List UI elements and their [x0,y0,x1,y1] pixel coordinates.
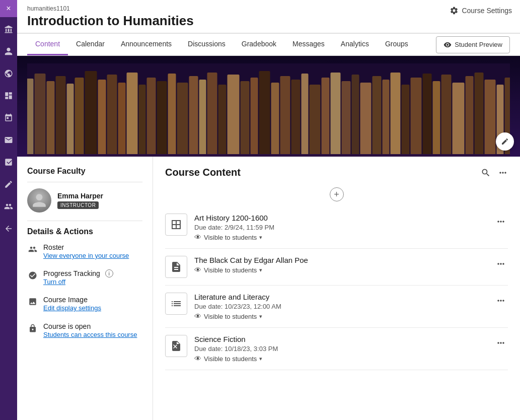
black-cat-icon [165,256,187,278]
svg-rect-28 [302,74,309,157]
svg-rect-22 [241,81,250,157]
progress-tracking-action: Progress Tracking i Turn off [27,269,142,287]
course-id: humanities1101 [27,5,510,12]
svg-rect-29 [310,85,321,157]
svg-rect-26 [280,76,290,157]
svg-rect-11 [127,73,138,157]
visibility-dropdown-2[interactable]: ▾ [259,267,262,273]
course-access-action: Course is open Students can access this … [27,322,142,339]
tab-discussions[interactable]: Discussions [180,34,234,55]
svg-rect-39 [411,78,422,157]
pencil-icon[interactable] [0,174,17,194]
tab-gradebook[interactable]: Gradebook [234,34,284,55]
svg-rect-17 [189,76,198,157]
faculty-section-title: Course Faculty [27,167,142,176]
student-preview-button[interactable]: Student Preview [436,36,510,53]
svg-rect-31 [331,73,341,157]
globe-icon[interactable] [0,63,17,84]
literature-name: Literature and Literacy [194,293,487,301]
more-options-button[interactable] [498,168,508,178]
details-actions-title: Details & Actions [27,227,142,236]
dashboard-icon[interactable] [0,86,17,106]
roster-link[interactable]: View everyone in your course [43,251,129,260]
svg-rect-37 [391,73,401,157]
sidebar-close-button[interactable]: × [0,0,17,17]
svg-rect-6 [75,78,84,157]
literature-visibility: 👁 Visible to students ▾ [194,312,487,320]
course-access-link[interactable]: Students can access this course [43,330,137,339]
add-item-row: + [165,184,508,206]
svg-rect-42 [441,75,452,157]
user-icon[interactable] [0,41,17,61]
svg-rect-33 [352,75,359,157]
tab-calendar[interactable]: Calendar [68,34,113,55]
black-cat-details: The Black Cat by Edgar Allan Poe 👁 Visib… [194,256,487,274]
course-settings-button[interactable]: Course Settings [450,6,512,15]
svg-rect-16 [177,83,188,157]
svg-rect-41 [433,81,440,157]
tab-announcements[interactable]: Announcements [113,34,180,55]
roster-icon [27,244,38,255]
add-item-button[interactable]: + [330,187,344,201]
tab-content[interactable]: Content [27,34,68,55]
svg-rect-23 [251,78,258,157]
black-cat-name: The Black Cat by Edgar Allan Poe [194,256,487,264]
eye-icon-3: 👁 [194,312,201,320]
course-banner [17,56,520,157]
visibility-dropdown-1[interactable]: ▾ [259,234,262,241]
svg-rect-43 [453,83,465,157]
content-title: Course Content [165,167,241,178]
svg-rect-40 [423,74,432,157]
svg-rect-20 [218,85,227,157]
science-fiction-name: Science Fiction [194,335,487,343]
art-history-due: Due date: 2/9/24, 11:59 PM [194,224,487,231]
content-header-actions [481,168,508,178]
black-cat-visibility-label: Visible to students [204,266,257,274]
science-fiction-more-button[interactable] [494,338,508,348]
svg-rect-19 [207,73,217,157]
people-icon[interactable] [0,196,17,217]
literature-more-button[interactable] [494,296,508,306]
literature-details: Literature and Literacy Due date: 10/23/… [194,293,487,320]
science-fiction-due: Due date: 10/18/23, 3:03 PM [194,345,487,353]
avatar [27,188,51,213]
inbox-icon[interactable] [0,130,17,150]
course-image-link[interactable]: Edit display settings [43,304,101,313]
svg-rect-4 [56,76,66,157]
svg-rect-9 [107,75,117,157]
svg-rect-32 [342,81,351,157]
art-history-visibility-label: Visible to students [204,234,257,241]
faculty-profile: Emma Harper INSTRUCTOR [27,188,142,213]
svg-rect-18 [199,80,206,157]
roster-label: Roster [43,243,129,251]
svg-rect-1 [27,79,34,157]
course-image-action: Course Image Edit display settings [27,296,142,313]
tab-groups[interactable]: Groups [377,34,416,55]
literature-icon [165,293,187,315]
visibility-dropdown-3[interactable]: ▾ [259,313,262,320]
tab-messages[interactable]: Messages [284,34,333,55]
progress-link[interactable]: Turn off [43,277,113,287]
back-icon[interactable] [0,219,17,239]
black-cat-more-button[interactable] [494,259,508,269]
svg-rect-8 [98,80,106,157]
edit-banner-button[interactable] [496,132,514,151]
art-history-name: Art History 1200-1600 [194,214,487,222]
institution-icon[interactable] [0,19,17,39]
visibility-dropdown-4[interactable]: ▾ [259,356,262,362]
instructor-badge: INSTRUCTOR [57,201,99,209]
grades-icon[interactable] [0,152,17,172]
svg-rect-10 [118,83,126,157]
calendar-icon[interactable] [0,108,17,128]
eye-icon-2: 👁 [194,266,201,274]
svg-rect-15 [168,74,176,157]
svg-rect-7 [85,71,97,157]
art-history-details: Art History 1200-1600 Due date: 2/9/24, … [194,214,487,241]
svg-rect-5 [67,84,74,157]
left-panel: Course Faculty Emma Harper INSTRUCTOR De… [17,157,153,420]
svg-rect-12 [139,85,146,157]
art-history-more-button[interactable] [494,217,508,227]
tab-analytics[interactable]: Analytics [333,34,377,55]
search-button[interactable] [481,168,491,178]
content-item-science-fiction: Science Fiction Due date: 10/18/23, 3:03… [165,328,508,370]
